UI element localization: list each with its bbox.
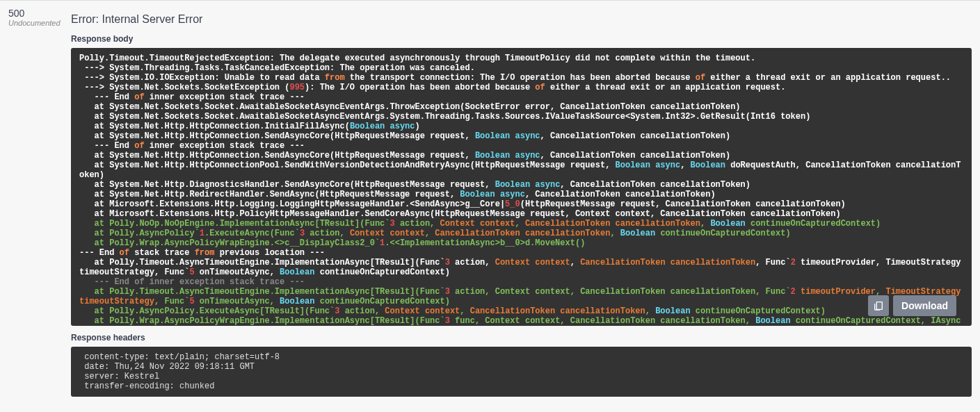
clipboard-icon bbox=[873, 300, 884, 311]
response-body-block[interactable]: Polly.Timeout.TimeoutRejectedException: … bbox=[71, 48, 972, 326]
error-title: Error: Internal Server Error bbox=[71, 13, 972, 26]
status-column: 500 Undocumented bbox=[8, 6, 71, 397]
status-undocumented: Undocumented bbox=[8, 19, 71, 27]
response-detail: Error: Internal Server Error Response bo… bbox=[71, 6, 972, 397]
response-headers-text: content-type: text/plain; charset=utf-8 … bbox=[79, 352, 963, 391]
response-headers-label: Response headers bbox=[71, 333, 972, 343]
response-body-label: Response body bbox=[71, 34, 972, 44]
status-code: 500 bbox=[8, 8, 71, 19]
copy-button[interactable] bbox=[868, 295, 889, 316]
response-container: 500 Undocumented Error: Internal Server … bbox=[0, 6, 980, 397]
top-divider bbox=[0, 0, 980, 1]
response-actions: Download bbox=[868, 295, 956, 316]
response-headers-block: content-type: text/plain; charset=utf-8 … bbox=[71, 347, 972, 397]
download-button[interactable]: Download bbox=[893, 295, 956, 316]
stack-trace: Polly.Timeout.TimeoutRejectedException: … bbox=[79, 53, 963, 326]
svg-rect-0 bbox=[876, 302, 882, 310]
